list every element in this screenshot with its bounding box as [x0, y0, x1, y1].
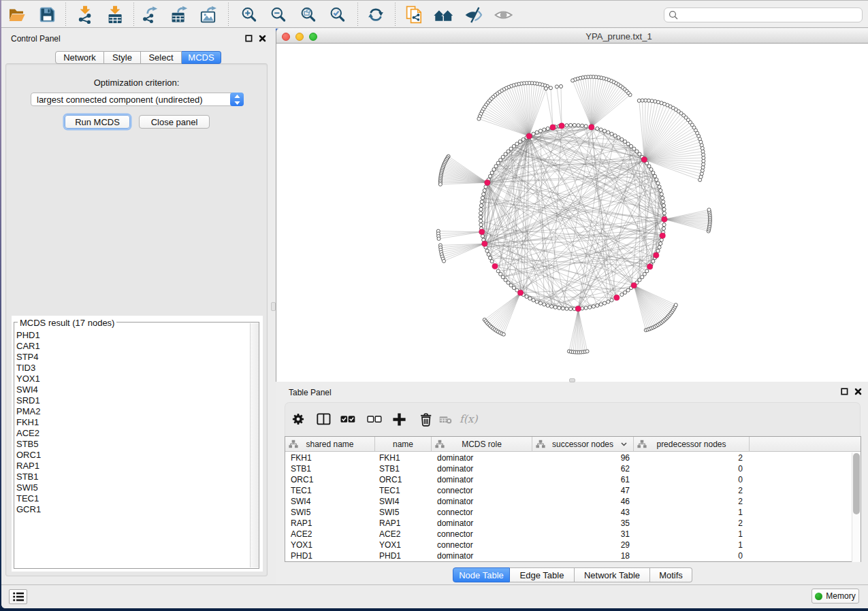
function-builder-button[interactable]: f(x) [458, 410, 481, 428]
export-table-icon [170, 6, 189, 24]
control-tab-select[interactable]: Select [141, 51, 182, 64]
show-panels-button[interactable] [9, 589, 27, 604]
mcds-result-item[interactable]: SWI5 [15, 482, 246, 493]
split-panel-button[interactable] [314, 410, 333, 428]
table-row[interactable]: RAP1RAP1dominator352 [285, 518, 852, 529]
search-box[interactable] [664, 7, 863, 22]
table-row[interactable]: ACE2ACE2connector311 [285, 529, 852, 540]
mcds-result-item[interactable]: SRD1 [15, 395, 246, 406]
cell-MCDS-role: dominator [432, 453, 532, 463]
toolbar-separator [395, 3, 396, 26]
column-header-successor-nodes[interactable]: successor nodes [532, 437, 634, 452]
mcds-result-item[interactable]: RAP1 [15, 461, 246, 472]
mcds-list-scrollbar[interactable] [250, 323, 259, 567]
column-header-predecessor-nodes[interactable]: predecessor nodes [634, 437, 750, 452]
show-hidden-button[interactable] [493, 5, 513, 24]
mcds-result-list[interactable]: PHD1CAR1STP4TID3YOX1SWI4SRD1PMA2FKH1ACE2… [15, 330, 246, 567]
mcds-result-item[interactable]: ACE2 [15, 428, 246, 439]
zoom-out-button[interactable] [268, 5, 289, 24]
table-options-button[interactable] [289, 410, 308, 428]
delete-column-button[interactable] [416, 410, 435, 428]
zoom-selected-button[interactable] [327, 5, 348, 24]
eye-icon [494, 8, 513, 22]
save-session-button[interactable] [37, 5, 57, 24]
mcds-result-item[interactable]: YOX1 [15, 374, 246, 384]
mcds-result-item[interactable]: STB1 [15, 472, 246, 482]
select-all-rows-button[interactable] [338, 410, 357, 428]
table-row[interactable]: YOX1YOX1connector291 [285, 540, 852, 550]
houses-icon [434, 7, 453, 22]
cell-name: FKH1 [375, 453, 432, 463]
mcds-result-item[interactable]: FKH1 [15, 417, 246, 428]
float-panel-icon[interactable] [841, 388, 848, 395]
column-label: successor nodes [552, 440, 613, 449]
memory-button[interactable]: Memory [811, 589, 859, 604]
mcds-result-item[interactable]: STB5 [15, 439, 246, 450]
table-row[interactable]: FKH1FKH1dominator962 [285, 452, 852, 463]
table-row[interactable]: STB1STB1dominator620 [285, 463, 852, 474]
table-tab-node-table[interactable]: Node Table [453, 567, 510, 582]
open-file-button[interactable] [7, 5, 27, 24]
export-network-button[interactable] [140, 5, 161, 24]
export-table-button[interactable] [170, 5, 190, 24]
mcds-result-item[interactable]: PMA2 [15, 406, 246, 417]
cell-predecessor-nodes: 0 [634, 551, 750, 561]
column-header-MCDS-role[interactable]: MCDS role [432, 437, 532, 452]
network-window-titlebar[interactable]: YPA_prune.txt_1 [276, 29, 868, 44]
hide-selected-button[interactable] [463, 5, 483, 24]
cell-name: RAP1 [375, 518, 432, 528]
delete-table-button[interactable] [436, 410, 455, 428]
horizontal-splitter-grip[interactable] [569, 378, 575, 382]
control-panel-title: Control Panel [11, 34, 61, 44]
run-mcds-button[interactable]: Run MCDS [65, 115, 130, 129]
cell-MCDS-role: dominator [432, 475, 532, 484]
import-network-button[interactable] [75, 5, 95, 24]
import-table-button[interactable] [105, 5, 125, 24]
mcds-result-item[interactable]: STP4 [15, 352, 246, 363]
home-layout-button[interactable] [433, 5, 453, 24]
table-row[interactable]: ORC1ORC1dominator610 [285, 474, 852, 485]
table-scrollbar[interactable] [852, 452, 861, 562]
table-header: shared namenameMCDS rolesuccessor nodesp… [285, 437, 861, 452]
table-row[interactable]: PHD1PHD1dominator180 [285, 550, 852, 561]
table-row[interactable]: SWI4SWI4dominator462 [285, 496, 852, 507]
table-panel-window-buttons [841, 388, 862, 395]
table-row[interactable]: TEC1TEC1connector472 [285, 485, 852, 496]
column-header-name[interactable]: name [375, 437, 432, 452]
cell-shared-name: SWI4 [285, 497, 375, 506]
control-tab-mcds[interactable]: MCDS [182, 51, 221, 64]
table-tab-edge-table[interactable]: Edge Table [510, 567, 575, 582]
search-icon [669, 10, 679, 20]
control-tab-network[interactable]: Network [55, 51, 104, 64]
mcds-result-item[interactable]: SWI4 [15, 384, 246, 395]
close-panel-button[interactable]: Close panel [139, 115, 210, 129]
search-input[interactable] [679, 9, 862, 21]
export-image-button[interactable] [199, 5, 219, 24]
refresh-network-button[interactable] [366, 5, 386, 24]
zoom-in-button[interactable] [239, 5, 259, 24]
optimization-criterion-select[interactable]: largest connected component (undirected) [31, 93, 244, 106]
mcds-result-item[interactable]: GCR1 [15, 504, 246, 515]
table-tab-motifs[interactable]: Motifs [650, 567, 692, 582]
clone-network-button[interactable] [404, 5, 424, 24]
table-tab-network-table[interactable]: Network Table [575, 567, 650, 582]
mcds-result-item[interactable]: TEC1 [15, 493, 246, 504]
deselect-all-rows-button[interactable] [365, 410, 384, 428]
control-tab-style[interactable]: Style [104, 51, 141, 64]
mcds-result-item[interactable]: TID3 [15, 363, 246, 374]
close-panel-icon[interactable] [854, 388, 862, 395]
mcds-result-item[interactable]: PHD1 [15, 330, 246, 341]
add-column-button[interactable] [389, 410, 408, 428]
table-scrollbar-thumb[interactable] [853, 453, 860, 514]
float-panel-icon[interactable] [245, 35, 253, 42]
table-row[interactable]: SWI5SWI5connector431 [285, 507, 852, 518]
column-header-shared-name[interactable]: shared name [285, 437, 375, 452]
mcds-result-item[interactable]: CAR1 [15, 341, 246, 352]
mcds-result-item[interactable]: ORC1 [15, 450, 246, 461]
table-panel-title: Table Panel [289, 388, 332, 397]
column-label: MCDS role [462, 440, 502, 449]
vertical-splitter-grip[interactable] [271, 302, 276, 311]
close-panel-icon[interactable] [259, 35, 266, 42]
network-canvas[interactable] [276, 44, 868, 382]
zoom-fit-button[interactable] [298, 5, 319, 24]
